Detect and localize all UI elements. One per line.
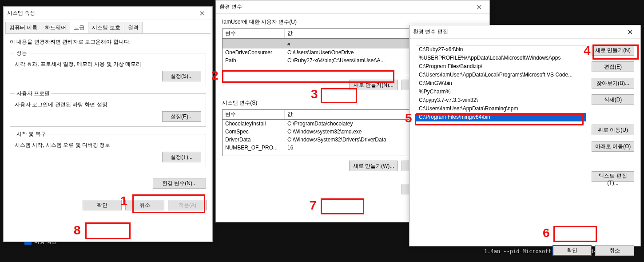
- apply-button[interactable]: 적용(A): [168, 200, 207, 210]
- browse-button[interactable]: 찾아보기(B)...: [592, 78, 634, 89]
- path-entry[interactable]: C:\pypy3.7-v7.3.3-win32\: [416, 96, 586, 105]
- col-var[interactable]: 변수: [223, 110, 285, 119]
- close-button[interactable]: [195, 7, 209, 20]
- tab-remote[interactable]: 원격: [124, 22, 143, 33]
- titlebar: 시스템 속성: [4, 7, 212, 20]
- cancel-button[interactable]: 취소: [125, 200, 164, 210]
- window-title: 시스템 속성: [7, 9, 195, 17]
- perf-settings-button[interactable]: 설정(S)...: [162, 71, 201, 81]
- path-entry[interactable]: C:\Users\IamUser\AppData\Local\Programs\…: [416, 71, 586, 79]
- path-entry[interactable]: C:\Program Files\Bandizip\: [416, 62, 586, 71]
- path-entry[interactable]: %PyCharm%: [416, 88, 586, 96]
- environment-variables-button[interactable]: 환경 변수(N)...: [153, 178, 206, 189]
- move-up-button[interactable]: 위로 이동(U): [592, 125, 634, 135]
- ok-button[interactable]: 확인: [83, 200, 122, 210]
- startup-desc: 시스템 시작, 시스템 오류 및 디버깅 정보: [15, 141, 201, 149]
- edit-text-button[interactable]: 텍스트 편집(T)...: [592, 171, 634, 182]
- tab-panel: 이 내용을 변경하려면 관리자로 로그온해야 합니다. 성능 시각 효과, 프로…: [4, 34, 212, 193]
- button-column: 새로 만들기(N) 편집(E) 찾아보기(B)... 삭제(D) 위로 이동(U…: [592, 45, 634, 236]
- user-new-button[interactable]: 새로 만들기(N)...: [349, 80, 398, 90]
- admin-note: 이 내용을 변경하려면 관리자로 로그온해야 합니다.: [10, 38, 206, 46]
- spacer: [592, 157, 634, 165]
- env-var-edit-window: 환경 변수 편집 C:\Ruby27-x64\bin %USERPROFILE%…: [409, 25, 641, 246]
- profile-settings-button[interactable]: 설정(E)...: [162, 111, 201, 122]
- move-down-button[interactable]: 아래로 이동(O): [592, 141, 634, 152]
- close-icon: [200, 11, 204, 16]
- col-var[interactable]: 변수: [223, 29, 285, 38]
- tab-advanced[interactable]: 고급: [70, 22, 88, 33]
- sys-new-button[interactable]: 새로 만들기(W)...: [349, 161, 398, 171]
- content: C:\Ruby27-x64\bin %USERPROFILE%\AppData\…: [409, 39, 640, 242]
- path-entry[interactable]: C:\Ruby27-x64\bin: [416, 45, 586, 54]
- tab-system-protection[interactable]: 시스템 보호: [88, 22, 124, 33]
- window-title: 환경 변수: [219, 3, 473, 11]
- path-entry-selected[interactable]: C:\Program Files\mingw64\bin: [416, 113, 586, 121]
- delete-button[interactable]: 삭제(D): [592, 94, 634, 105]
- titlebar: 환경 변수 편집: [409, 25, 640, 39]
- titlebar: 환경 변수: [216, 0, 489, 14]
- startup-legend: 시작 및 복구: [15, 130, 48, 138]
- spacer: [592, 111, 634, 119]
- ok-button[interactable]: 확인: [553, 245, 592, 256]
- performance-desc: 시각 효과, 프로세서 일정, 메모리 사용 및 가상 메모리: [15, 60, 201, 68]
- tab-computer-name[interactable]: 컴퓨터 이름: [5, 22, 41, 33]
- system-properties-window: 시스템 속성 컴퓨터 이름 하드웨어 고급 시스템 보호 원격 이 내용을 변경…: [3, 6, 213, 242]
- path-list[interactable]: C:\Ruby27-x64\bin %USERPROFILE%\AppData\…: [416, 45, 586, 236]
- startup-settings-button[interactable]: 설정(T)...: [162, 152, 201, 162]
- close-button[interactable]: [624, 25, 637, 39]
- profile-legend: 사용자 프로필: [15, 90, 52, 97]
- close-icon: [477, 5, 481, 9]
- new-button[interactable]: 새로 만들기(N): [592, 45, 634, 56]
- profile-desc: 사용자 로그인에 관련된 바탕 화면 설정: [15, 101, 201, 109]
- cancel-button[interactable]: 취소: [595, 245, 634, 256]
- path-entry[interactable]: C:\Users\IamUser\AppData\Roaming\npm: [416, 105, 586, 113]
- edit-button[interactable]: 편집(E): [592, 61, 634, 72]
- window-title: 환경 변수 편집: [413, 28, 624, 36]
- tab-bar: 컴퓨터 이름 하드웨어 고급 시스템 보호 원격: [5, 22, 211, 34]
- startup-group: 시작 및 복구 시스템 시작, 시스템 오류 및 디버깅 정보 설정(T)...: [10, 130, 206, 167]
- close-icon: [628, 30, 632, 34]
- tab-hardware[interactable]: 하드웨어: [41, 22, 70, 33]
- close-button[interactable]: [473, 0, 486, 14]
- performance-legend: 성능: [15, 49, 29, 57]
- path-entry[interactable]: C:\MinGW\bin: [416, 79, 586, 88]
- path-entry[interactable]: %USERPROFILE%\AppData\Local\Microsoft\Wi…: [416, 54, 586, 62]
- user-profile-group: 사용자 프로필 사용자 로그인에 관련된 바탕 화면 설정 설정(E)...: [10, 90, 206, 127]
- performance-group: 성능 시각 효과, 프로세서 일정, 메모리 사용 및 가상 메모리 설정(S)…: [10, 49, 206, 86]
